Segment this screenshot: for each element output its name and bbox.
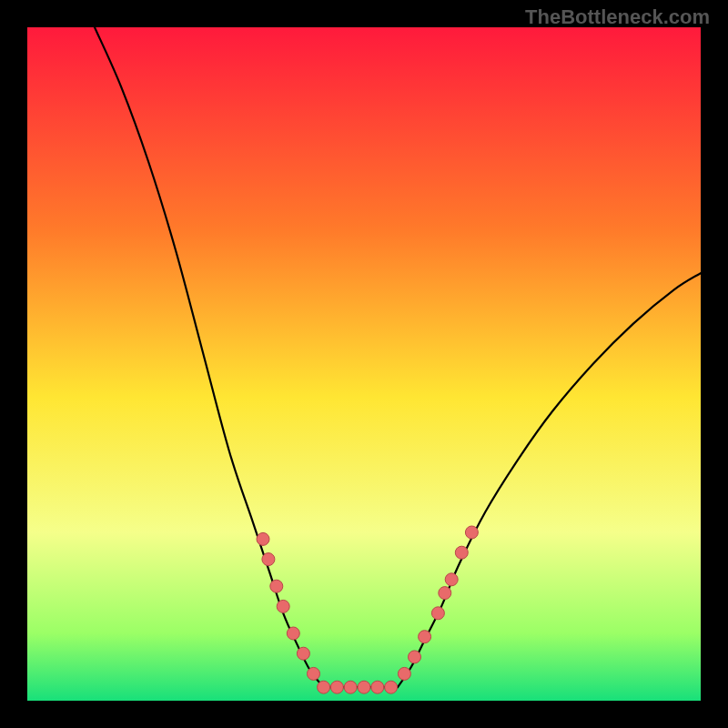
data-dot [262, 553, 275, 566]
watermark-text: TheBottleneck.com [525, 5, 710, 29]
data-dot [398, 667, 410, 680]
data-dot [371, 681, 384, 693]
data-dot [409, 651, 421, 663]
chart-frame: TheBottleneck.com [0, 0, 728, 728]
data-dot [330, 681, 343, 693]
gradient-bg [27, 27, 701, 701]
data-dot [318, 681, 330, 693]
data-dot [455, 546, 468, 559]
data-dot [344, 681, 357, 693]
data-dot [257, 532, 269, 545]
plot-area [27, 27, 701, 701]
data-dot [431, 607, 444, 620]
data-dot [445, 573, 458, 586]
data-dot [270, 580, 283, 592]
data-dot [358, 681, 370, 693]
data-dot [287, 627, 299, 640]
data-dot [308, 667, 320, 680]
data-dot [297, 647, 309, 660]
data-dot [419, 631, 431, 643]
data-dot [277, 600, 289, 612]
data-dot [439, 587, 451, 600]
data-dot [385, 681, 398, 693]
chart-svg [27, 27, 701, 701]
data-dot [465, 526, 478, 539]
